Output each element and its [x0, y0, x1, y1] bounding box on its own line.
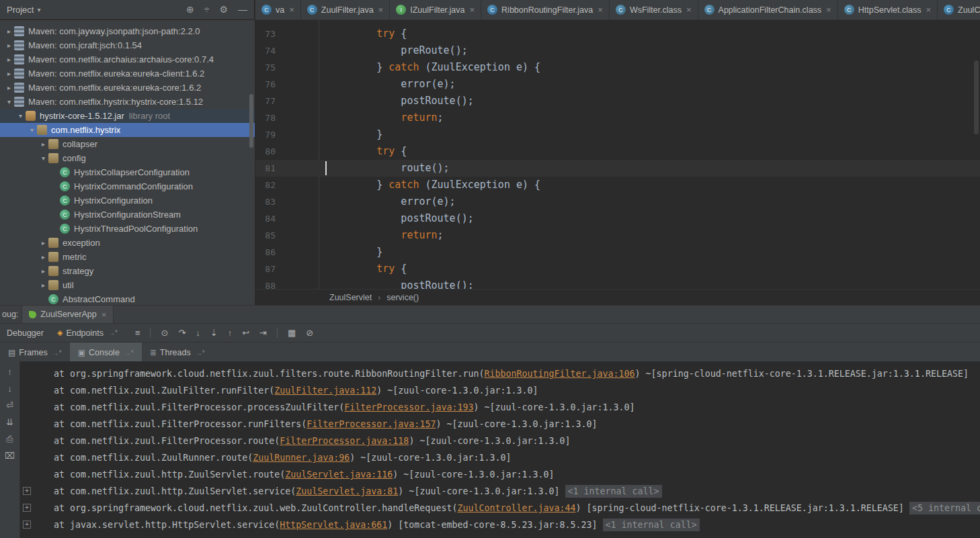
- soft-wrap-icon[interactable]: ⏎: [6, 400, 13, 410]
- tree-item[interactable]: ▸Maven: com.netflix.eureka:eureka-core:1…: [0, 81, 255, 95]
- code-line[interactable]: 75 } catch (ZuulException e) {: [255, 59, 980, 76]
- code-line[interactable]: 84 postRoute();: [255, 210, 980, 227]
- folded-calls-badge[interactable]: <1 internal call>: [603, 519, 700, 531]
- close-icon[interactable]: ×: [469, 5, 475, 15]
- code-line[interactable]: 79 }: [255, 126, 980, 143]
- code-line[interactable]: 76 error(e);: [255, 76, 980, 93]
- tree-item[interactable]: ▸Maven: com.jayway.jsonpath:json-path:2.…: [0, 24, 255, 38]
- view-options-icon[interactable]: ÷: [204, 4, 210, 15]
- chevron-collapsed-icon[interactable]: ▸: [38, 267, 48, 275]
- restore-layout-icon[interactable]: ≡: [135, 328, 140, 338]
- editor-tab[interactable]: IIZuulFilter.java×: [390, 0, 481, 19]
- fold-toggle-icon[interactable]: +: [23, 521, 31, 529]
- editor-tab[interactable]: CRibbonRoutingFilter.java×: [481, 0, 610, 19]
- chevron-expanded-icon[interactable]: ▾: [38, 154, 48, 162]
- tool-tab-endpoints[interactable]: ◈Endpoints→*: [50, 324, 124, 342]
- chevron-collapsed-icon[interactable]: ▸: [38, 140, 48, 148]
- fold-toggle-icon[interactable]: +: [23, 487, 31, 495]
- tool-tab-debugger[interactable]: Debugger: [0, 324, 50, 342]
- tab-threads[interactable]: ≣Threads→*: [142, 343, 213, 363]
- tree-item[interactable]: ▸Maven: com.netflix.archaius:archaius-co…: [0, 52, 255, 66]
- stack-trace-link[interactable]: FilterProcessor.java:118: [280, 436, 409, 446]
- code-line[interactable]: 77 postRoute();: [255, 93, 980, 109]
- tree-item[interactable]: ▸collapser: [0, 137, 255, 151]
- mute-breakpoints-icon[interactable]: ⊘: [306, 328, 313, 338]
- scrollbar-thumb[interactable]: [249, 94, 253, 148]
- chevron-expanded-icon[interactable]: ▾: [15, 112, 26, 120]
- settings-icon[interactable]: ⚙: [219, 4, 228, 15]
- stack-trace-link[interactable]: RibbonRoutingFilter.java:106: [484, 369, 635, 379]
- editor-tab[interactable]: CZuulController.×: [938, 0, 980, 19]
- tree-item[interactable]: ▾Maven: com.netflix.hystrix:hystrix-core…: [0, 95, 255, 109]
- tab-frames[interactable]: ▤Frames→*: [0, 343, 70, 363]
- editor-tab[interactable]: CZuulFilter.java×: [301, 0, 390, 19]
- code-line[interactable]: 88 postRoute();: [255, 277, 980, 289]
- chevron-down-icon[interactable]: ▾: [37, 6, 40, 13]
- tree-item[interactable]: ▸metric: [0, 250, 255, 264]
- step-into-icon[interactable]: ↓: [196, 328, 200, 338]
- editor-tab[interactable]: CHttpServlet.class×: [838, 0, 938, 19]
- code-line[interactable]: 73 try {: [255, 26, 980, 42]
- tree-item[interactable]: CHystrixCommandConfiguration: [0, 179, 255, 193]
- chevron-expanded-icon[interactable]: ▾: [4, 98, 14, 105]
- force-step-into-icon[interactable]: ⇣: [210, 328, 218, 338]
- tree-item[interactable]: CAbstractCommand: [0, 292, 255, 305]
- tree-item[interactable]: ▾config: [0, 151, 255, 165]
- drop-frame-icon[interactable]: ↩: [242, 328, 249, 338]
- clear-all-icon[interactable]: ⌧: [5, 451, 15, 461]
- stack-trace-link[interactable]: ZuulFilter.java:112: [274, 386, 376, 396]
- tab-console[interactable]: ▣Console→*: [70, 343, 142, 363]
- code-line[interactable]: 86 }: [255, 244, 980, 261]
- code-editor[interactable]: 73 try {74 preRoute();75 } catch (ZuulEx…: [255, 20, 980, 289]
- code-line[interactable]: 87 try {: [255, 261, 980, 277]
- hide-icon[interactable]: ―: [238, 4, 247, 15]
- close-icon[interactable]: ×: [926, 5, 931, 15]
- print-icon[interactable]: ⎙: [6, 434, 13, 444]
- code-line[interactable]: 82 } catch (ZuulException e) {: [255, 177, 980, 193]
- close-icon[interactable]: ×: [101, 310, 107, 320]
- chevron-expanded-icon[interactable]: ▾: [27, 126, 37, 134]
- code-line[interactable]: 80 try {: [255, 143, 980, 160]
- locate-icon[interactable]: ⊕: [186, 4, 194, 15]
- view-breakpoints-icon[interactable]: ▦: [288, 328, 296, 338]
- code-line[interactable]: 78 return;: [255, 109, 980, 126]
- chevron-collapsed-icon[interactable]: ▸: [4, 28, 14, 35]
- chevron-collapsed-icon[interactable]: ▸: [38, 253, 48, 261]
- close-icon[interactable]: ×: [378, 5, 384, 15]
- chevron-collapsed-icon[interactable]: ▸: [38, 239, 48, 246]
- close-icon[interactable]: ×: [686, 5, 692, 15]
- tree-item[interactable]: ▸Maven: com.netflix.eureka:eureka-client…: [0, 66, 255, 81]
- folded-calls-badge[interactable]: <5 internal calls>: [909, 502, 980, 514]
- stack-trace-link[interactable]: FilterProcessor.java:157: [307, 419, 436, 429]
- tree-item[interactable]: ▾hystrix-core-1.5.12.jarlibrary root: [0, 109, 255, 123]
- chevron-collapsed-icon[interactable]: ▸: [38, 281, 48, 289]
- step-out-icon[interactable]: ↑: [228, 328, 233, 338]
- scroll-to-end-icon[interactable]: ⇊: [6, 417, 13, 427]
- fold-toggle-icon[interactable]: +: [23, 504, 31, 512]
- tree-item[interactable]: ▾com.netflix.hystrix: [0, 123, 255, 137]
- editor-tab[interactable]: CApplicationFilterChain.class×: [698, 0, 838, 19]
- project-title[interactable]: Project: [7, 5, 34, 15]
- close-icon[interactable]: ×: [289, 5, 294, 15]
- stack-trace-link[interactable]: ZuulServlet.java:81: [296, 486, 398, 496]
- step-over-icon[interactable]: ↷: [178, 328, 186, 338]
- tree-item[interactable]: CHystrixCollapserConfiguration: [0, 165, 255, 179]
- tree-item[interactable]: CHystrixThreadPoolConfiguration: [0, 222, 255, 236]
- tree-item[interactable]: ▸util: [0, 278, 255, 292]
- close-icon[interactable]: ×: [598, 5, 603, 15]
- stack-trace-link[interactable]: FilterProcessor.java:193: [344, 402, 473, 412]
- run-config-tab[interactable]: ZuulServerApp ×: [22, 306, 114, 323]
- chevron-collapsed-icon[interactable]: ▸: [4, 56, 14, 63]
- chevron-collapsed-icon[interactable]: ▸: [4, 84, 14, 91]
- code-line[interactable]: 85 return;: [255, 227, 980, 244]
- editor-tab[interactable]: CWsFilter.class×: [610, 0, 698, 19]
- run-to-cursor-icon[interactable]: ⇥: [259, 328, 267, 338]
- editor-tab[interactable]: Cva×: [255, 0, 301, 19]
- tree-item[interactable]: ▸exception: [0, 236, 255, 250]
- editor-scrollbar-thumb[interactable]: [974, 60, 979, 134]
- breadcrumb-class[interactable]: ZuulServlet: [329, 293, 372, 302]
- breadcrumb-method[interactable]: service(): [386, 293, 419, 302]
- folded-calls-badge[interactable]: <1 internal call>: [565, 485, 662, 498]
- tree-item[interactable]: CHystrixConfigurationStream: [0, 208, 255, 222]
- stack-trace-link[interactable]: ZuulServlet.java:116: [285, 469, 393, 480]
